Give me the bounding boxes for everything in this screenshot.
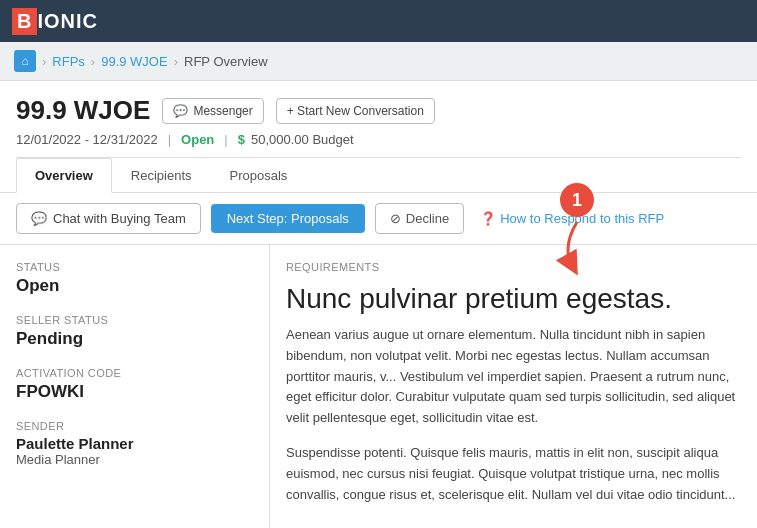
breadcrumb-sep-1: › (42, 54, 46, 69)
action-bar-wrapper: 1 💬 Chat with Buying Team Next Step: Pro… (0, 193, 757, 245)
sender-name: Paulette Planner (16, 435, 253, 452)
start-conv-label: + Start New Conversation (287, 104, 424, 118)
status-label: Status (16, 261, 253, 273)
budget: 50,000.00 Budget (251, 132, 354, 147)
decline-label: Decline (406, 211, 449, 226)
messenger-icon: 💬 (173, 104, 188, 118)
left-sidebar: Status Open Seller Status Pending Activa… (0, 245, 270, 528)
chat-buying-team-button[interactable]: 💬 Chat with Buying Team (16, 203, 201, 234)
rfp-heading: Nunc pulvinar pretium egestas. (286, 283, 741, 315)
status-value: Open (16, 276, 253, 296)
page-header: 99.9 WJOE 💬 Messenger + Start New Conver… (0, 81, 757, 193)
logo-b: B (12, 8, 37, 35)
breadcrumb-rfps[interactable]: RFPs (52, 54, 85, 69)
logo-text: IONIC (37, 10, 98, 33)
date-range: 12/01/2022 - 12/31/2022 (16, 132, 158, 147)
tabs: Overview Recipients Proposals (16, 157, 741, 192)
sender-label: Sender (16, 420, 253, 432)
chat-label: Chat with Buying Team (53, 211, 186, 226)
meta-row: 12/01/2022 - 12/31/2022 | Open | $ 50,00… (16, 132, 741, 147)
messenger-button[interactable]: 💬 Messenger (162, 98, 263, 124)
decline-button[interactable]: ⊘ Decline (375, 203, 464, 234)
home-icon[interactable]: ⌂ (14, 50, 36, 72)
help-link[interactable]: ❓ How to Respond to this RFP (480, 211, 664, 226)
status-open: Open (181, 132, 214, 147)
activation-code-value: FPOWKI (16, 382, 253, 402)
breadcrumb-current: RFP Overview (184, 54, 268, 69)
rfp-paragraph-2: Suspendisse potenti. Quisque felis mauri… (286, 443, 741, 505)
next-step-button[interactable]: Next Step: Proposals (211, 204, 365, 233)
tab-recipients[interactable]: Recipients (112, 158, 211, 193)
logo: BIONIC (12, 8, 98, 35)
breadcrumb-sep-2: › (91, 54, 95, 69)
sender-role: Media Planner (16, 452, 253, 467)
tab-overview[interactable]: Overview (16, 158, 112, 193)
page-title: 99.9 WJOE (16, 95, 150, 126)
seller-status-label: Seller Status (16, 314, 253, 326)
help-icon: ❓ (480, 211, 496, 226)
help-label: How to Respond to this RFP (500, 211, 664, 226)
start-conversation-button[interactable]: + Start New Conversation (276, 98, 435, 124)
breadcrumb-sep-3: › (174, 54, 178, 69)
dollar-sign: $ (238, 132, 245, 147)
requirements-label: Requirements (286, 261, 741, 273)
seller-status-field: Seller Status Pending (16, 314, 253, 349)
activation-code-field: Activation Code FPOWKI (16, 367, 253, 402)
action-bar: 💬 Chat with Buying Team Next Step: Propo… (0, 193, 757, 245)
rfp-paragraph-1: Aenean varius augue ut ornare elementum.… (286, 325, 741, 429)
decline-icon: ⊘ (390, 211, 401, 226)
right-content: Requirements Nunc pulvinar pretium egest… (270, 245, 757, 528)
sender-field: Sender Paulette Planner Media Planner (16, 420, 253, 467)
status-field: Status Open (16, 261, 253, 296)
breadcrumb: ⌂ › RFPs › 99.9 WJOE › RFP Overview (0, 42, 757, 81)
activation-code-label: Activation Code (16, 367, 253, 379)
tab-proposals[interactable]: Proposals (211, 158, 307, 193)
seller-status-value: Pending (16, 329, 253, 349)
main-content: Status Open Seller Status Pending Activa… (0, 245, 757, 528)
top-navigation: BIONIC (0, 0, 757, 42)
chat-icon: 💬 (31, 211, 47, 226)
messenger-label: Messenger (193, 104, 252, 118)
breadcrumb-station[interactable]: 99.9 WJOE (101, 54, 167, 69)
